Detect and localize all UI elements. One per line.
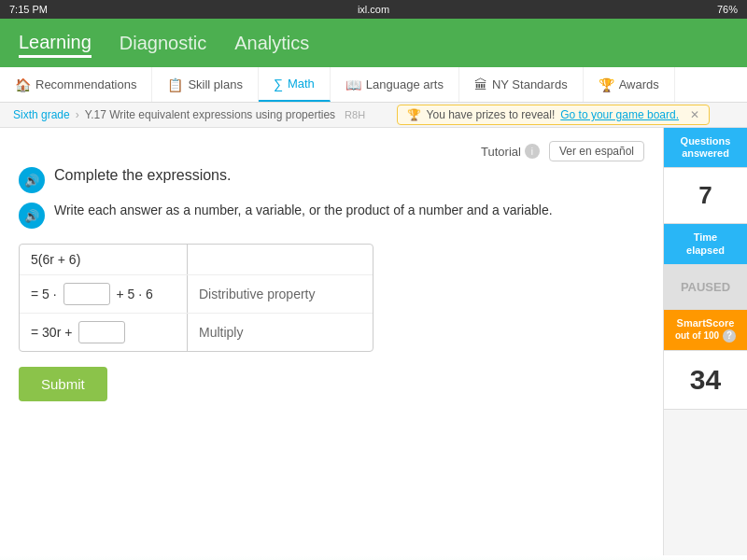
tutorial-button[interactable]: Tutorial i bbox=[481, 144, 540, 159]
sec-nav-ny-standards[interactable]: 🏛 NY Standards bbox=[459, 67, 584, 102]
time-elapsed-label2: elapsed bbox=[668, 245, 743, 257]
recommendations-icon: 🏠 bbox=[15, 77, 31, 92]
prize-link[interactable]: Go to your game board. bbox=[560, 108, 679, 121]
translate-button[interactable]: Ver en español bbox=[549, 141, 644, 161]
smartscore-value: 34 bbox=[668, 358, 743, 401]
smartscore-label1: SmartScore bbox=[668, 317, 743, 329]
math-row-3: = 30r + Multiply bbox=[20, 314, 373, 351]
prize-close-button[interactable]: ✕ bbox=[690, 108, 699, 121]
math-row-1: 5(6r + 6) bbox=[20, 245, 373, 275]
sec-nav-ny-standards-label: NY Standards bbox=[492, 77, 568, 91]
sec-nav-language-arts[interactable]: 📖 Language arts bbox=[331, 67, 459, 102]
tutorial-info-icon: i bbox=[525, 144, 540, 159]
sec-nav-math[interactable]: ∑ Math bbox=[259, 67, 331, 102]
math-property-3: Multiply bbox=[188, 314, 373, 351]
secondary-nav: 🏠 Recommendations 📋 Skill plans ∑ Math 📖… bbox=[0, 67, 747, 103]
questions-answered-value-box: 7 bbox=[664, 168, 747, 224]
status-bar: 7:15 PM ixl.com 76% bbox=[0, 0, 747, 19]
instruction-text: Complete the expressions. bbox=[54, 167, 231, 184]
right-panel: Questions answered 7 Time elapsed PAUSED… bbox=[663, 128, 747, 555]
breadcrumb-separator: › bbox=[76, 108, 79, 121]
math-icon: ∑ bbox=[274, 77, 283, 91]
submit-button[interactable]: Submit bbox=[19, 367, 107, 401]
questions-answered-label1: Questions bbox=[668, 135, 743, 147]
sec-nav-awards[interactable]: 🏆 Awards bbox=[584, 67, 675, 102]
main-area: Tutorial i Ver en español 🔊 Complete the… bbox=[0, 128, 747, 555]
subinstruction-text: Write each answer as a number, a variabl… bbox=[54, 203, 553, 217]
sec-nav-awards-label: Awards bbox=[619, 77, 659, 91]
sec-nav-skill-plans[interactable]: 📋 Skill plans bbox=[152, 67, 259, 102]
status-battery: 76% bbox=[717, 4, 738, 15]
tutorial-label: Tutorial bbox=[481, 145, 521, 159]
math-input-2[interactable] bbox=[78, 321, 125, 343]
smartscore-help-icon[interactable]: ? bbox=[723, 329, 736, 343]
math-property-1 bbox=[188, 245, 373, 274]
sec-nav-recommendations[interactable]: 🏠 Recommendations bbox=[0, 67, 152, 102]
nav-analytics[interactable]: Analytics bbox=[234, 29, 309, 58]
math-row-2: = 5 · + 5 · 6 Distributive property bbox=[20, 275, 373, 314]
questions-answered-value: 7 bbox=[668, 175, 743, 216]
nav-diagnostic[interactable]: Diagnostic bbox=[120, 29, 206, 58]
tutorial-row: Tutorial i Ver en español bbox=[19, 141, 644, 161]
sec-nav-language-arts-label: Language arts bbox=[366, 77, 444, 91]
audio-button-1[interactable]: 🔊 bbox=[19, 167, 45, 193]
smartscore-box: SmartScore out of 100 ? bbox=[664, 310, 747, 351]
audio-button-2[interactable]: 🔊 bbox=[19, 203, 45, 229]
prize-text: You have prizes to reveal! bbox=[427, 108, 556, 121]
smartscore-label2: out of 100 ? bbox=[668, 329, 743, 343]
math-input-1[interactable] bbox=[63, 283, 110, 305]
math-property-2: Distributive property bbox=[188, 275, 373, 313]
question-subinstruction: 🔊 Write each answer as a number, a varia… bbox=[19, 203, 644, 229]
nav-learning[interactable]: Learning bbox=[19, 28, 92, 58]
smartscore-value-box: 34 bbox=[664, 351, 747, 410]
questions-answered-label2: answered bbox=[668, 147, 743, 160]
paused-box: PAUSED bbox=[664, 265, 747, 310]
status-time: 7:15 PM bbox=[9, 4, 48, 15]
paused-label: PAUSED bbox=[668, 273, 743, 301]
time-elapsed-box: Time elapsed bbox=[664, 224, 747, 264]
breadcrumb-skill: Y.17 Write equivalent expressions using … bbox=[85, 108, 335, 121]
awards-icon: 🏆 bbox=[599, 77, 614, 92]
question-instruction: 🔊 Complete the expressions. bbox=[19, 167, 644, 193]
exercise-area: Tutorial i Ver en español 🔊 Complete the… bbox=[0, 128, 663, 555]
sec-nav-recommendations-label: Recommendations bbox=[35, 77, 136, 91]
sec-nav-skill-plans-label: Skill plans bbox=[188, 77, 243, 91]
prize-icon: 🏆 bbox=[407, 108, 421, 121]
ny-standards-icon: 🏛 bbox=[474, 77, 487, 92]
time-elapsed-label1: Time bbox=[668, 231, 743, 244]
questions-answered-box: Questions answered bbox=[664, 128, 747, 168]
breadcrumb-grade[interactable]: Sixth grade bbox=[13, 108, 70, 121]
breadcrumb: Sixth grade › Y.17 Write equivalent expr… bbox=[0, 103, 747, 128]
math-expression-3: = 30r + bbox=[20, 314, 188, 351]
skill-plans-icon: 📋 bbox=[167, 77, 183, 92]
math-table: 5(6r + 6) = 5 · + 5 · 6 Distributive pro… bbox=[19, 244, 374, 352]
math-expression-2: = 5 · + 5 · 6 bbox=[20, 275, 188, 313]
language-arts-icon: 📖 bbox=[345, 77, 361, 92]
breadcrumb-code: R8H bbox=[345, 109, 365, 120]
status-url: ixl.com bbox=[358, 4, 389, 15]
sec-nav-math-label: Math bbox=[288, 77, 315, 91]
prize-banner: 🏆 You have prizes to reveal! Go to your … bbox=[397, 105, 710, 125]
top-nav: Learning Diagnostic Analytics bbox=[0, 19, 747, 67]
math-expression-1: 5(6r + 6) bbox=[20, 245, 188, 274]
